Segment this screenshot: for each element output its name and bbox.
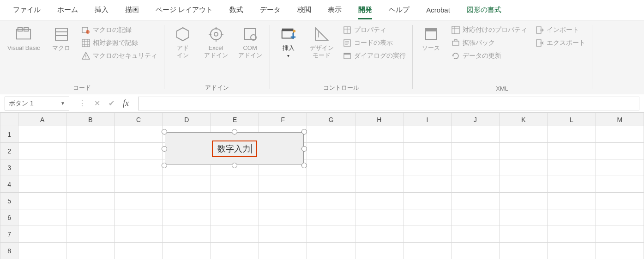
row-header[interactable]: 3	[0, 159, 18, 176]
addins-button[interactable]: アドイン	[169, 23, 197, 62]
com-addins-button[interactable]: COMアドイン	[235, 23, 265, 62]
enter-icon[interactable]: ✔	[108, 99, 114, 108]
form-button[interactable]: 数字入力	[165, 132, 304, 165]
row-header[interactable]: 2	[0, 143, 18, 159]
tab-home[interactable]: ホーム	[49, 1, 86, 19]
cell[interactable]	[114, 159, 163, 176]
col-header[interactable]: K	[500, 113, 548, 126]
row-header[interactable]: 4	[0, 176, 18, 193]
resize-handle-bottom-left[interactable]	[162, 163, 167, 168]
cell[interactable]	[307, 243, 355, 259]
cell[interactable]	[548, 176, 596, 193]
cell[interactable]	[18, 209, 66, 226]
resize-handle-bottom-right[interactable]	[301, 163, 307, 168]
cell[interactable]	[259, 226, 307, 243]
resize-handle-middle-right[interactable]	[301, 146, 307, 152]
cell[interactable]	[548, 126, 596, 143]
cell[interactable]	[403, 159, 451, 176]
cell[interactable]	[66, 143, 114, 159]
cell[interactable]	[307, 159, 355, 176]
fx-icon[interactable]: fx	[123, 98, 129, 108]
tab-page-layout[interactable]: ページ レイアウト	[147, 1, 221, 19]
cell[interactable]	[18, 176, 66, 193]
row-header[interactable]: 5	[0, 193, 18, 209]
cell[interactable]	[451, 126, 500, 143]
cell[interactable]	[500, 226, 548, 243]
cell[interactable]	[211, 193, 259, 209]
name-box-dropdown-icon[interactable]: ▼	[60, 101, 65, 106]
cell[interactable]	[403, 143, 451, 159]
cell[interactable]	[66, 126, 114, 143]
xml-map-button[interactable]: 対応付けのプロパティ	[450, 25, 529, 35]
cell[interactable]	[500, 209, 548, 226]
cell[interactable]	[114, 143, 163, 159]
col-header[interactable]: I	[403, 113, 451, 126]
record-macro-button[interactable]: マクロの記録	[80, 25, 159, 35]
cell[interactable]	[307, 209, 355, 226]
xml-expansion-button[interactable]: 拡張パック	[450, 38, 529, 48]
cell[interactable]	[451, 159, 500, 176]
resize-handle-top-left[interactable]	[162, 129, 167, 134]
resize-handle-middle-left[interactable]	[162, 146, 167, 152]
cell[interactable]	[451, 176, 500, 193]
cell[interactable]	[18, 243, 66, 259]
cell[interactable]	[548, 226, 596, 243]
cell[interactable]	[596, 226, 644, 243]
macro-security-button[interactable]: マクロのセキュリティ	[80, 51, 159, 61]
cell[interactable]	[259, 209, 307, 226]
cell[interactable]	[114, 176, 163, 193]
menu-dots-icon[interactable]: ⋮	[78, 99, 86, 108]
tab-formulas[interactable]: 数式	[221, 1, 252, 19]
cell[interactable]	[500, 159, 548, 176]
cell[interactable]	[548, 143, 596, 159]
col-header[interactable]: A	[18, 113, 66, 126]
cell[interactable]	[403, 226, 451, 243]
cell[interactable]	[596, 176, 644, 193]
cell[interactable]	[355, 226, 403, 243]
cell[interactable]	[114, 243, 163, 259]
cell[interactable]	[403, 126, 451, 143]
view-code-button[interactable]: コードの表示	[341, 38, 408, 48]
cell[interactable]	[259, 193, 307, 209]
button-text[interactable]: 数字入力	[217, 144, 252, 153]
cell[interactable]	[18, 226, 66, 243]
cell[interactable]	[163, 209, 211, 226]
cell[interactable]	[451, 226, 500, 243]
cell[interactable]	[548, 243, 596, 259]
cell[interactable]	[355, 143, 403, 159]
cell[interactable]	[355, 243, 403, 259]
tab-review[interactable]: 校閲	[289, 1, 319, 19]
cell[interactable]	[211, 243, 259, 259]
cell[interactable]	[403, 176, 451, 193]
formula-input[interactable]	[138, 97, 639, 110]
cell[interactable]	[18, 143, 66, 159]
cell[interactable]	[66, 193, 114, 209]
cell[interactable]	[355, 159, 403, 176]
tab-developer[interactable]: 開発	[350, 1, 380, 19]
cell[interactable]	[211, 226, 259, 243]
cell[interactable]	[403, 243, 451, 259]
cell[interactable]	[114, 193, 163, 209]
cell[interactable]	[259, 176, 307, 193]
cell[interactable]	[596, 243, 644, 259]
tab-insert[interactable]: 挿入	[86, 1, 117, 19]
cell[interactable]	[451, 243, 500, 259]
insert-control-button[interactable]: 挿入▾	[275, 23, 302, 62]
col-header[interactable]: E	[211, 113, 259, 126]
cell[interactable]	[307, 176, 355, 193]
cell[interactable]	[596, 193, 644, 209]
cell[interactable]	[596, 209, 644, 226]
cell[interactable]	[259, 243, 307, 259]
xml-source-button[interactable]: ソース	[417, 23, 445, 55]
row-header[interactable]: 8	[0, 243, 18, 259]
tab-view[interactable]: 表示	[319, 1, 350, 19]
cancel-icon[interactable]: ✕	[94, 99, 100, 108]
cell[interactable]	[403, 209, 451, 226]
cell[interactable]	[66, 176, 114, 193]
row-header[interactable]: 6	[0, 209, 18, 226]
macros-button[interactable]: マクロ	[48, 23, 75, 55]
cell[interactable]	[355, 176, 403, 193]
cell[interactable]	[500, 126, 548, 143]
col-header[interactable]: B	[66, 113, 114, 126]
col-header[interactable]: L	[548, 113, 596, 126]
